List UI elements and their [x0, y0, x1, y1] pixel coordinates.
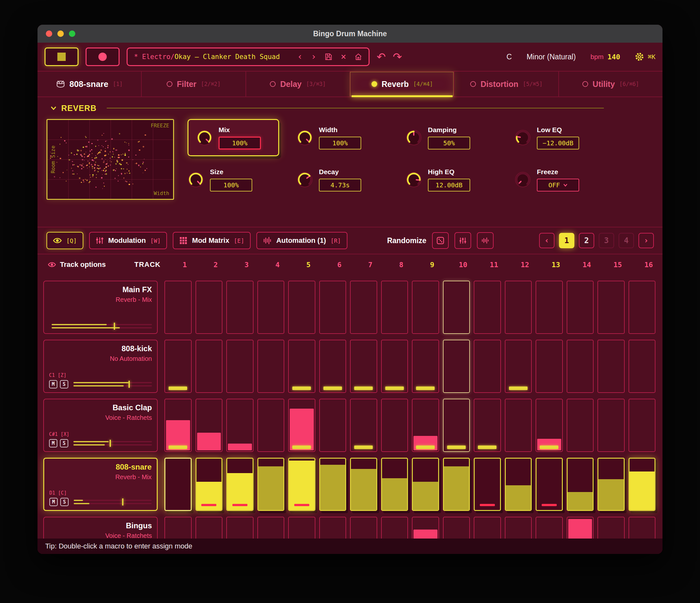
tab-filter[interactable]: Filter[2/⌘2]	[141, 72, 245, 97]
step-cell[interactable]	[226, 340, 253, 393]
step-cell[interactable]	[443, 458, 470, 511]
step-cell[interactable]	[165, 458, 192, 511]
step-cell[interactable]	[288, 281, 316, 334]
damping-value[interactable]: 50%	[428, 137, 470, 149]
step-cell[interactable]	[597, 340, 625, 393]
page-button-1[interactable]: 1	[559, 233, 574, 248]
width-knob[interactable]	[297, 129, 313, 146]
randomize-button[interactable]: Randomize	[387, 236, 427, 245]
minimize-window-button[interactable]	[57, 30, 64, 37]
step-number-1[interactable]: 1	[171, 261, 198, 269]
step-cell[interactable]	[505, 399, 532, 452]
step-cell[interactable]	[567, 399, 594, 452]
step-cell[interactable]	[350, 399, 377, 452]
step-cell[interactable]	[381, 281, 408, 334]
step-cell[interactable]	[350, 340, 377, 393]
step-cell[interactable]	[196, 458, 223, 511]
tab-distortion[interactable]: Distortion[5/⌘5]	[454, 72, 558, 97]
close-window-button[interactable]	[46, 30, 52, 37]
step-number-12[interactable]: 12	[511, 261, 539, 269]
size-knob[interactable]	[188, 171, 204, 188]
low-eq-value[interactable]: −12.00dB	[537, 137, 579, 149]
step-number-10[interactable]: 10	[450, 261, 477, 269]
step-cell[interactable]	[257, 340, 284, 393]
step-cell[interactable]	[257, 281, 284, 334]
solo-button[interactable]: S	[60, 380, 68, 388]
step-cell[interactable]	[597, 281, 625, 334]
scale-display[interactable]: Minor (Natural)	[527, 53, 576, 61]
step-number-14[interactable]: 14	[573, 261, 601, 269]
step-cell[interactable]	[165, 399, 192, 452]
close-icon[interactable]: ×	[341, 52, 346, 61]
step-cell[interactable]	[226, 281, 253, 334]
step-cell[interactable]	[567, 458, 594, 511]
step-cell[interactable]	[319, 340, 347, 393]
step-cell[interactable]	[288, 399, 316, 452]
width-value[interactable]: 100%	[319, 137, 361, 149]
randomize-waveform-button[interactable]	[477, 232, 494, 249]
step-cell[interactable]	[196, 340, 223, 393]
step-cell[interactable]	[226, 399, 253, 452]
solo-button[interactable]: S	[60, 439, 68, 448]
step-cell[interactable]	[165, 281, 192, 334]
track-options-button[interactable]: Track options	[48, 261, 106, 269]
step-cell[interactable]	[319, 281, 347, 334]
randomize-sliders-button[interactable]	[454, 232, 471, 249]
step-cell[interactable]	[196, 399, 223, 452]
mute-button[interactable]: M	[49, 380, 57, 388]
step-cell[interactable]	[474, 458, 501, 511]
room-xy-pad[interactable]: FREEZE Room Size Width	[47, 119, 174, 200]
zoom-window-button[interactable]	[69, 30, 75, 37]
step-number-11[interactable]: 11	[480, 261, 508, 269]
step-number-15[interactable]: 15	[604, 261, 631, 269]
stop-button[interactable]	[45, 47, 78, 66]
step-cell[interactable]	[319, 458, 347, 511]
track-card-808-kick[interactable]: 808-kickNo AutomationC1 [Z]MS	[43, 340, 158, 393]
step-cell[interactable]	[535, 281, 563, 334]
home-icon[interactable]	[354, 53, 362, 61]
step-cell[interactable]	[288, 458, 316, 511]
step-number-8[interactable]: 8	[388, 261, 415, 269]
tab-808-snare[interactable]: 808-snare[1]	[38, 72, 141, 97]
record-button[interactable]	[85, 47, 120, 66]
damping-knob[interactable]	[405, 129, 422, 146]
step-cell[interactable]	[257, 399, 284, 452]
step-cell[interactable]	[196, 281, 223, 334]
step-cell[interactable]	[257, 458, 284, 511]
step-number-2[interactable]: 2	[202, 261, 229, 269]
step-cell[interactable]	[474, 281, 501, 334]
step-cell[interactable]	[535, 340, 563, 393]
track-card-main-fx[interactable]: Main FXReverb - Mix	[43, 281, 158, 334]
chevron-left-icon[interactable]: ‹	[297, 52, 303, 61]
step-cell[interactable]	[443, 340, 470, 393]
chevron-right-icon[interactable]: ›	[311, 52, 316, 61]
step-number-13[interactable]: 13	[542, 261, 570, 269]
freeze-knob[interactable]	[515, 171, 531, 188]
freeze-value-dropdown[interactable]: OFF	[537, 179, 579, 192]
step-cell[interactable]	[628, 458, 656, 511]
step-cell[interactable]	[381, 399, 408, 452]
step-number-5[interactable]: 5	[295, 261, 322, 269]
track-card-808-snare[interactable]: 808-snareReverb - MixD1 [C]MS	[43, 458, 158, 511]
undo-icon[interactable]: ↶	[377, 50, 386, 63]
step-cell[interactable]	[567, 281, 594, 334]
settings-button[interactable]: ⌘K	[635, 52, 655, 61]
step-cell[interactable]	[412, 399, 439, 452]
step-cell[interactable]	[505, 340, 532, 393]
step-cell[interactable]	[381, 458, 408, 511]
high-eq-value[interactable]: 12.00dB	[428, 179, 470, 192]
mute-button[interactable]: M	[49, 439, 57, 448]
step-number-9[interactable]: 9	[419, 261, 446, 269]
step-cell[interactable]	[288, 340, 316, 393]
decay-value[interactable]: 4.73s	[319, 179, 361, 192]
mix-knob[interactable]	[196, 129, 213, 146]
page-button-3[interactable]: 3	[599, 233, 614, 248]
step-cell[interactable]	[412, 458, 439, 511]
automation-button[interactable]: Automation (1) [R]	[256, 232, 347, 249]
step-cell[interactable]	[443, 399, 470, 452]
step-cell[interactable]	[597, 399, 625, 452]
modulation-button[interactable]: Modulation [W]	[89, 232, 167, 249]
step-number-16[interactable]: 16	[635, 261, 662, 269]
step-cell[interactable]	[535, 458, 563, 511]
step-cell[interactable]	[350, 458, 377, 511]
